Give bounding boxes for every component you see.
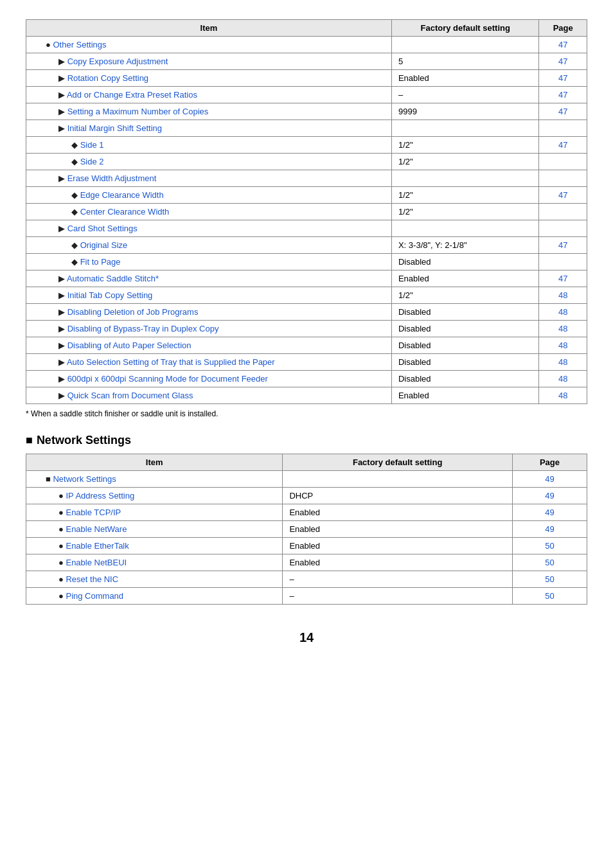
table-row: Enable NetWareEnabled49 — [26, 521, 587, 538]
factory-cell: Disabled — [391, 321, 539, 337]
factory-cell: 1/2" — [391, 287, 539, 304]
item-link[interactable]: Enable NetWare — [58, 524, 127, 534]
item-link[interactable]: Add or Change Extra Preset Ratios — [58, 90, 197, 100]
item-link[interactable]: Disabling Deletion of Job Programs — [58, 307, 198, 317]
factory-cell: Disabled — [391, 254, 539, 270]
page-cell: 49 — [512, 521, 587, 538]
item-link[interactable]: Other Settings — [46, 40, 107, 49]
page-cell: 48 — [539, 337, 587, 354]
item-link[interactable]: Network Settings — [46, 474, 116, 484]
table-row: Network Settings49 — [26, 471, 587, 488]
table-row: 600dpi x 600dpi Scanning Mode for Docume… — [26, 371, 587, 387]
item-link[interactable]: Enable TCP/IP — [58, 508, 121, 517]
item-cell: Initial Margin Shift Setting — [26, 120, 392, 137]
item-cell: Network Settings — [26, 471, 283, 488]
item-cell: Initial Tab Copy Setting — [26, 287, 392, 304]
item-link[interactable]: Initial Tab Copy Setting — [58, 290, 152, 300]
page-cell — [539, 254, 587, 270]
item-cell: Center Clearance Width — [26, 204, 392, 220]
item-cell: Disabling Deletion of Job Programs — [26, 304, 392, 321]
table-row: Rotation Copy SettingEnabled47 — [26, 70, 587, 87]
item-link[interactable]: IP Address Setting — [58, 491, 134, 500]
item-link[interactable]: Copy Exposure Adjustment — [58, 57, 168, 66]
factory-cell: Disabled — [391, 304, 539, 321]
item-cell: Enable TCP/IP — [26, 504, 283, 521]
table-row: Copy Exposure Adjustment547 — [26, 53, 587, 70]
item-link[interactable]: Disabling of Bypass-Tray in Duplex Copy — [58, 324, 218, 333]
item-link[interactable]: Fit to Page — [71, 257, 121, 267]
table-row: IP Address SettingDHCP49 — [26, 488, 587, 504]
page-cell: 50 — [512, 571, 587, 588]
factory-cell: – — [283, 571, 513, 588]
factory-cell: Enabled — [283, 504, 513, 521]
factory-cell: Enabled — [283, 554, 513, 571]
factory-cell: Disabled — [391, 354, 539, 371]
factory-cell — [283, 471, 513, 488]
item-link[interactable]: Reset the NIC — [58, 574, 118, 584]
footnote: * When a saddle stitch finisher or saddl… — [26, 409, 587, 418]
page-cell — [539, 120, 587, 137]
factory-cell: 9999 — [391, 103, 539, 120]
item-link[interactable]: Auto Selection Setting of Tray that is S… — [58, 357, 275, 367]
factory-cell: 5 — [391, 53, 539, 70]
item-link[interactable]: Center Clearance Width — [71, 207, 169, 217]
item-link[interactable]: Rotation Copy Setting — [58, 73, 148, 83]
factory-cell: Disabled — [391, 337, 539, 354]
table-row: Original SizeX: 3-3/8", Y: 2-1/8"47 — [26, 237, 587, 254]
item-link[interactable]: Card Shot Settings — [58, 224, 138, 233]
first-table: Item Factory default setting Page Other … — [26, 19, 587, 404]
factory-cell: DHCP — [283, 488, 513, 504]
item-cell: Edge Clearance Width — [26, 187, 392, 204]
item-link[interactable]: Setting a Maximum Number of Copies — [58, 107, 208, 116]
table-row: Disabling of Bypass-Tray in Duplex CopyD… — [26, 321, 587, 337]
item-cell: Setting a Maximum Number of Copies — [26, 103, 392, 120]
item-link[interactable]: Enable NetBEUI — [58, 558, 127, 567]
item-cell: Side 1 — [26, 137, 392, 154]
page-cell: 47 — [539, 270, 587, 287]
factory-cell: Enabled — [283, 521, 513, 538]
page-cell: 50 — [512, 588, 587, 605]
page-cell — [539, 154, 587, 170]
item-cell: Original Size — [26, 237, 392, 254]
item-link[interactable]: Automatic Saddle Stitch* — [58, 274, 159, 283]
table-row: Quick Scan from Document GlassEnabled48 — [26, 387, 587, 404]
factory-cell: 1/2" — [391, 137, 539, 154]
page-cell: 49 — [512, 504, 587, 521]
table-row: Setting a Maximum Number of Copies999947 — [26, 103, 587, 120]
page-cell: 48 — [539, 371, 587, 387]
item-cell: Card Shot Settings — [26, 220, 392, 237]
page-cell: 48 — [539, 354, 587, 371]
item-link[interactable]: Original Size — [71, 240, 127, 250]
item-cell: IP Address Setting — [26, 488, 283, 504]
page-cell: 48 — [539, 304, 587, 321]
item-cell: Ping Command — [26, 588, 283, 605]
item-link[interactable]: Ping Command — [58, 591, 123, 601]
item-cell: Copy Exposure Adjustment — [26, 53, 392, 70]
page-cell: 47 — [539, 137, 587, 154]
item-link[interactable]: Enable EtherTalk — [58, 541, 129, 551]
page-cell — [539, 170, 587, 187]
factory-cell: 1/2" — [391, 204, 539, 220]
item-link[interactable]: Initial Margin Shift Setting — [58, 123, 162, 133]
table-row: Fit to PageDisabled — [26, 254, 587, 270]
table-row: Enable TCP/IPEnabled49 — [26, 504, 587, 521]
item-link[interactable]: Erase Width Adjustment — [58, 173, 156, 183]
factory-cell: 1/2" — [391, 187, 539, 204]
item-cell: Disabling of Auto Paper Selection — [26, 337, 392, 354]
item-link[interactable]: 600dpi x 600dpi Scanning Mode for Docume… — [58, 374, 268, 384]
table-row: Reset the NIC–50 — [26, 571, 587, 588]
item-cell: Add or Change Extra Preset Ratios — [26, 87, 392, 103]
item-link[interactable]: Edge Clearance Width — [71, 190, 164, 200]
item-link[interactable]: Side 2 — [71, 157, 104, 166]
factory-cell — [391, 220, 539, 237]
item-cell: Disabling of Bypass-Tray in Duplex Copy — [26, 321, 392, 337]
page-cell: 49 — [512, 471, 587, 488]
item-link[interactable]: Disabling of Auto Paper Selection — [58, 341, 191, 350]
item-cell: Quick Scan from Document Glass — [26, 387, 392, 404]
second-table: Item Factory default setting Page Networ… — [26, 454, 587, 605]
factory-cell: Enabled — [283, 538, 513, 554]
item-link[interactable]: Side 1 — [71, 140, 104, 150]
item-link[interactable]: Quick Scan from Document Glass — [58, 391, 193, 400]
page-cell: 48 — [539, 287, 587, 304]
factory-cell — [391, 170, 539, 187]
